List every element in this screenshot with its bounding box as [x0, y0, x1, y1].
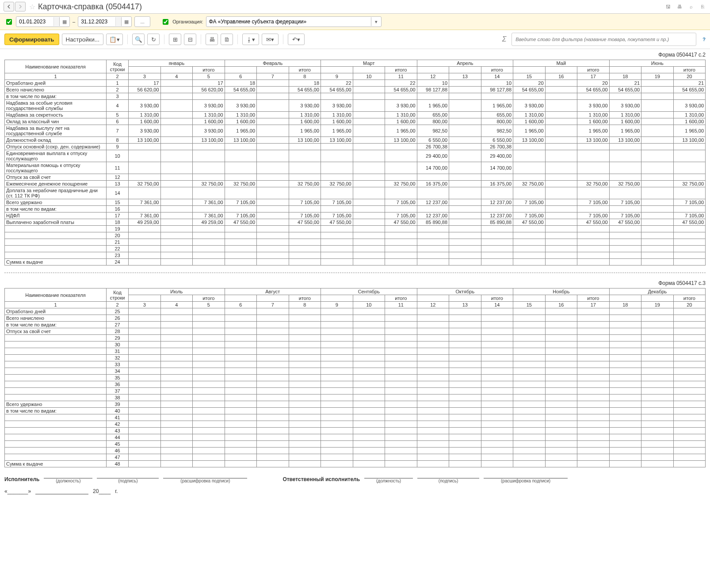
run-button[interactable]: Сформировать: [4, 34, 59, 45]
table-row: НДФЛ177 361,007 361,007 105,007 105,007 …: [5, 212, 706, 219]
col-month: Октябрь: [417, 288, 513, 295]
col-month: Июль: [129, 288, 225, 295]
report-table-p2: Наименование показателяКодстрокиянварьФе…: [4, 60, 706, 266]
table-row: Отпуск за свой счет12: [5, 174, 706, 181]
period-separator: –: [73, 19, 75, 24]
table-row: 35: [5, 375, 706, 381]
filter-bar: ▦ – ▦ ... Организация: ▾: [0, 14, 710, 30]
table-row: 38: [5, 395, 706, 401]
col-month: январь: [129, 60, 225, 67]
table-row: 31: [5, 348, 706, 355]
table-row: Всего удержано39: [5, 401, 706, 408]
col-name: Наименование показателя: [5, 288, 107, 302]
undo-icon: ↶: [292, 36, 297, 43]
table-row: Оклад за классный чин61 600,001 600,001 …: [5, 118, 706, 125]
org-input[interactable]: [206, 18, 371, 26]
table-row: Выплачено заработной платы1849 259,0049 …: [5, 219, 706, 226]
responsible-label: Ответственный исполнитель: [282, 476, 360, 483]
download-icon: ⭳: [246, 36, 252, 43]
help-button[interactable]: ?: [702, 37, 706, 42]
table-row: Отработано дней25: [5, 308, 706, 315]
variants-button[interactable]: 📋▾: [106, 34, 123, 45]
expand-button[interactable]: ⊞: [169, 34, 181, 45]
table-row: Всего начислено256 620,0056 620,0054 655…: [5, 87, 706, 93]
refresh-icon: ↻: [151, 36, 156, 43]
table-row: в том числе по видам:3: [5, 93, 706, 100]
col-month: Декабрь: [609, 288, 706, 295]
col-month: Май: [513, 60, 610, 67]
chevron-down-icon[interactable]: ▾: [371, 17, 381, 26]
table-row: Ежемесячное денежное поощрение1332 750,0…: [5, 181, 706, 187]
col-month: Февраль: [225, 60, 321, 67]
col-month: Март: [321, 60, 417, 67]
col-code: Кодстроки: [107, 60, 129, 73]
settings-button[interactable]: Настройки...: [62, 34, 103, 45]
date-to-field[interactable]: ▦: [78, 16, 132, 27]
printer-icon: 🖶: [209, 36, 215, 43]
page-divider: [4, 273, 706, 273]
report-table-p3: Наименование показателяКодстрокиИюльАвгу…: [4, 288, 706, 467]
table-row: 42: [5, 421, 706, 428]
date-from-input[interactable]: [16, 18, 53, 26]
page-title: Карточка-справка (0504417): [38, 2, 142, 11]
send-button[interactable]: ✉▾: [262, 34, 279, 45]
date-from-field[interactable]: ▦: [16, 16, 70, 27]
save-as-button[interactable]: ⭳▾: [242, 34, 259, 45]
print-icon[interactable]: 🖶: [676, 3, 683, 11]
table-row: 33: [5, 361, 706, 368]
date-from-spin[interactable]: [53, 17, 59, 26]
clipboard-icon: 📋: [109, 36, 117, 43]
executor-label: Исполнитель: [4, 476, 39, 483]
org-select[interactable]: ▾: [206, 16, 382, 27]
filter-input[interactable]: [512, 33, 696, 46]
col-month: Ноябрь: [513, 288, 610, 295]
col-month: Апрель: [417, 60, 513, 67]
forward-button[interactable]: [15, 2, 26, 11]
table-row: в том числе по видам:40: [5, 408, 706, 414]
favorite-star-icon[interactable]: ☆: [29, 3, 35, 11]
refresh-button[interactable]: ↻: [147, 34, 160, 45]
table-row: 36: [5, 381, 706, 388]
mail-icon: ✉: [266, 36, 271, 43]
period-checkbox[interactable]: [6, 19, 12, 25]
table-row: 22: [5, 246, 706, 252]
table-row: Сумма к выдаче48: [5, 461, 706, 467]
date-to-input[interactable]: [78, 18, 115, 26]
table-row: 44: [5, 434, 706, 441]
calendar-icon[interactable]: ▦: [59, 17, 69, 26]
date-to-spin[interactable]: [115, 17, 121, 26]
table-row: 37: [5, 388, 706, 395]
collapse-button[interactable]: ⊟: [184, 34, 196, 45]
table-row: 34: [5, 368, 706, 375]
save-icon[interactable]: 🖫: [664, 3, 672, 11]
form-label-p3: Форма 0504417 с.3: [4, 280, 706, 286]
table-row: 45: [5, 441, 706, 448]
link-icon[interactable]: ⎘: [699, 3, 706, 11]
table-row: Отпуск основной (сохр. ден. содержание)9…: [5, 144, 706, 150]
sigma-icon: Σ: [502, 35, 507, 43]
table-row: 30: [5, 341, 706, 348]
org-label: Организация:: [172, 19, 203, 24]
report-content: Форма 0504417 с.2 Наименование показател…: [0, 49, 710, 512]
table-row: Надбавка за секретность51 310,001 310,00…: [5, 112, 706, 118]
table-row: 46: [5, 448, 706, 454]
org-checkbox[interactable]: [163, 19, 168, 25]
find-button[interactable]: 🔍: [132, 34, 145, 45]
table-row: 21: [5, 239, 706, 246]
col-name: Наименование показателя: [5, 60, 107, 73]
col-month: Август: [225, 288, 321, 295]
table-row: Всего начислено26: [5, 315, 706, 322]
reset-button[interactable]: ↶▾: [288, 34, 305, 45]
preview-button[interactable]: 🗎: [221, 34, 233, 45]
search-icon[interactable]: ⌕: [687, 3, 695, 11]
back-button[interactable]: [4, 2, 14, 11]
table-row: Единовременная выплата к отпуску госслуж…: [5, 150, 706, 162]
calendar-icon[interactable]: ▦: [121, 17, 131, 26]
table-row: в том числе по видам:27: [5, 322, 706, 328]
period-choose-button[interactable]: ...: [134, 16, 150, 27]
table-row: Отпуск за свой счет28: [5, 328, 706, 335]
print-button[interactable]: 🖶: [206, 34, 218, 45]
signature-area: Исполнитель (должность) (подпись) (расши…: [4, 467, 706, 503]
table-row: 19: [5, 226, 706, 232]
form-label-p2: Форма 0504417 с.2: [4, 52, 706, 58]
